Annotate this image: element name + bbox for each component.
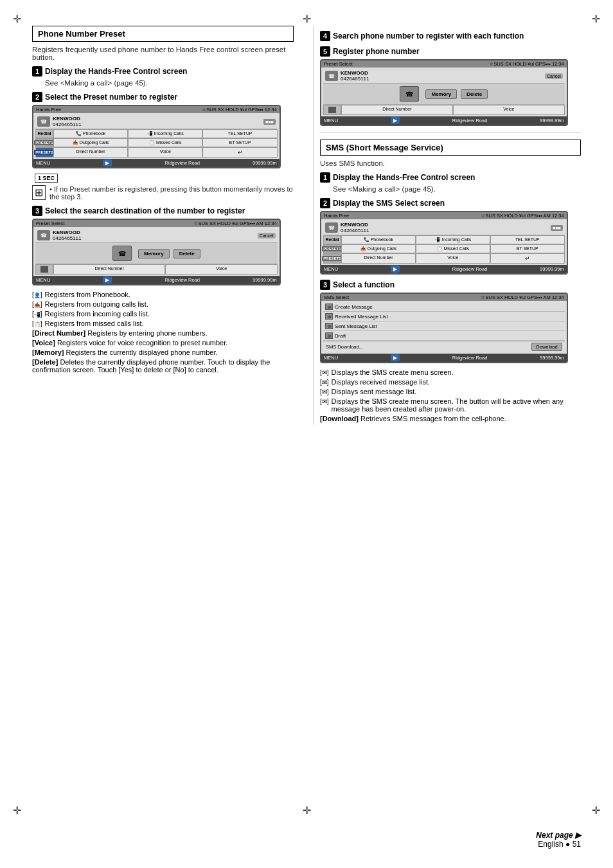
sms-step2-text: Display the SMS Select screen — [333, 199, 445, 208]
sms-bullet-icon-draft: [✉] — [320, 398, 329, 405]
screen3-mock: Preset Select ☆SUS SX HOLD ¥ul GPS▪▪▪ 12… — [320, 59, 568, 126]
sms-intro: Uses SMS function. — [320, 159, 581, 167]
sc1-outgoing: 📤 Outgoing Calls — [53, 138, 128, 147]
screen3-delete-btn: Delete — [461, 89, 488, 99]
center-cross-bottom: ✛ — [303, 804, 311, 817]
step2-heading: 2 Select the Preset number to register — [32, 92, 294, 102]
sc2-road: Ridgeview Road — [164, 277, 200, 283]
note-icon: ⊞ — [32, 185, 46, 200]
sms-sc1-end: ■■■ — [551, 225, 563, 231]
sms-sc1-status: ☆SUS SX HOLD ¥ul GPS▪▪▪ AM 12:34 — [481, 213, 564, 219]
sc1-enter: ↵ — [202, 147, 277, 158]
sms-screen1-grid: Redial 📞 Phonebook 📲 Incoming Calls TEL … — [323, 235, 565, 264]
sc2-icon-cell — [35, 264, 53, 275]
screen3-status: ☆SUS SX HOLD ¥ul GPS▪▪▪ 12:34 — [489, 61, 564, 67]
step5-num: 5 — [320, 46, 330, 57]
screen3-footer: MENU ▶ Ridgeview Road 99999.99m — [321, 116, 567, 125]
bullet-missed: [📋] Registers from missed calls list. — [32, 320, 294, 327]
sms-sc1-enter: ↵ — [490, 253, 565, 264]
right-column: 4 Search phone number to register with e… — [313, 26, 581, 425]
page-language: English — [538, 840, 563, 849]
screen3-statusbar: Preset Select ☆SUS SX HOLD ¥ul GPS▪▪▪ 12… — [321, 60, 567, 68]
sms-sc2-title: SMS Select — [324, 294, 349, 300]
bullet-outgoing: [📤] Registers from outgoing calls list. — [32, 300, 294, 308]
sms-screen2-body: ✉ Create Message ✉ Received Message List… — [321, 301, 567, 354]
screen2-statusbar: Preset Select ☆SUS SX HOLD ¥ul GPS▪▪▪ AM… — [33, 220, 280, 227]
sms-sc1-redial: Redial — [323, 235, 341, 244]
sc2-dist: 99999.99m — [253, 277, 277, 283]
phone-preset-intro: Registers frequently used phone number t… — [32, 46, 294, 61]
sms-sc1-direct: Direct Number — [341, 253, 416, 264]
sc3-icon-cell — [323, 105, 341, 115]
bullet-direct: [Direct Number] Registers by entering ph… — [32, 329, 294, 337]
sms-sc2-dist: 99999.99m — [540, 355, 564, 361]
sms-bullet-icon-create: [✉] — [320, 369, 329, 376]
sc3-nav: ▶ — [391, 117, 400, 124]
sms-create-item: ✉ Create Message — [323, 302, 565, 312]
sms-sc2-nav: ▶ — [391, 354, 400, 361]
sc3-menu: MENU — [324, 118, 338, 123]
screen2-memory-btn: Memory — [138, 249, 170, 258]
sms-step2-num: 2 — [320, 198, 330, 208]
sms-create-icon: ✉ — [325, 303, 333, 310]
page-bullet: ● — [565, 840, 573, 849]
screen1-name: KENWOOD — [53, 116, 263, 122]
screen1-title: Hands Free — [36, 107, 61, 113]
sms-step1-text: Display the Hands-Free Control screen — [333, 173, 475, 182]
sms-sc1-bt: BT SETUP — [490, 244, 565, 253]
sms-title: SMS (Short Message Service) — [326, 143, 443, 152]
sc1-incoming: 📲 Incoming Calls — [128, 129, 202, 138]
screen1-status: ☆SUS SX HOLD ¥ul GPS▪▪▪ 12:34 — [202, 107, 276, 113]
screen1-grid: Redial 📞 Phonebook 📲 Incoming Calls TEL … — [35, 129, 278, 158]
sms-sent-icon: ✉ — [325, 323, 333, 329]
sms-sc1-title: Hands Free — [324, 213, 349, 219]
sms-bullet-received: [✉] Displays received message list. — [320, 378, 581, 386]
step1-body: See <Making a call> (page 45). — [45, 79, 294, 87]
sms-sc1-preset1: PRESET1 — [323, 244, 341, 253]
screen3-name: KENWOOD — [341, 70, 545, 76]
sms-step1-heading: 1 Display the Hands-Free Control screen — [320, 172, 581, 183]
bullet-icon-missed: [📋] — [32, 320, 42, 327]
screen2-btn-row: ☎ Memory Delete — [35, 243, 278, 264]
sc1-dist: 99999.99m — [253, 160, 277, 166]
sms-received-icon: ✉ — [325, 313, 333, 320]
sms-step3-heading: 3 Select a function — [320, 280, 581, 290]
page-num: 51 — [573, 840, 581, 849]
screen2-delete-btn: Delete — [173, 249, 200, 258]
screen3-cancel: Cancel — [545, 73, 563, 79]
bullet-memory: [Memory] Registers the currently display… — [32, 348, 294, 356]
sc3-road: Ridgeview Road — [452, 118, 488, 123]
page-number-line: English ● 51 — [536, 840, 581, 849]
step2-num: 2 — [32, 92, 42, 102]
sms-screen2-footer: MENU ▶ Ridgeview Road 99999.99m — [321, 354, 567, 362]
screen2-status: ☆SUS SX HOLD ¥ul GPS▪▪▪ AM 12:34 — [193, 221, 276, 226]
step4-heading: 4 Search phone number to register with e… — [320, 31, 581, 41]
sc2-menu: MENU — [36, 277, 50, 283]
sms-create-label: Create Message — [335, 304, 373, 310]
sms-sc1-tel: TEL SETUP — [490, 235, 565, 244]
sc1-preset1-label: PRESET1 — [35, 138, 53, 147]
bullet-voice: [Voice] Registers voice for voice recogn… — [32, 339, 294, 347]
screen2-phone-icon: ☎ — [112, 246, 132, 261]
sms-download-row: SMS Download... Download — [323, 341, 565, 352]
screen1-mock: Hands Free ☆SUS SX HOLD ¥ul GPS▪▪▪ 12:34… — [32, 105, 281, 168]
sms-step3-text: Select a function — [333, 280, 395, 289]
sms-sc1-preset2: PRESET2 — [323, 253, 341, 264]
sms-sc1-dist: 99999.99m — [540, 266, 564, 272]
sms-received-item: ✉ Received Message List — [323, 312, 565, 321]
sc3-dist: 99999.99m — [540, 118, 564, 123]
sms-bullet-sent: [✉] Displays sent message list. — [320, 388, 581, 395]
sms-sc1-voice: Voice — [416, 253, 490, 264]
step4-num: 4 — [320, 31, 330, 41]
step1-num: 1 — [32, 66, 42, 77]
screen3-title: Preset Select — [324, 61, 353, 67]
sms-bullets: [✉] Displays the SMS create menu screen.… — [320, 368, 581, 422]
sms-screen2-statusbar: SMS Select ☆SUS SX HOLD ¥ul GPS▪▪▪ AM 12… — [321, 294, 567, 301]
sc1-voice: Voice — [128, 147, 202, 158]
sms-sc1-number: 0426465111 — [341, 228, 551, 233]
sms-sent-label: Sent Message List — [335, 323, 377, 329]
corner-cross-tl: ✛ — [13, 13, 21, 25]
phone-preset-section-box: Phone Number Preset — [32, 26, 294, 42]
screen2-title: Preset Select — [36, 221, 65, 226]
section-divider — [320, 132, 581, 133]
